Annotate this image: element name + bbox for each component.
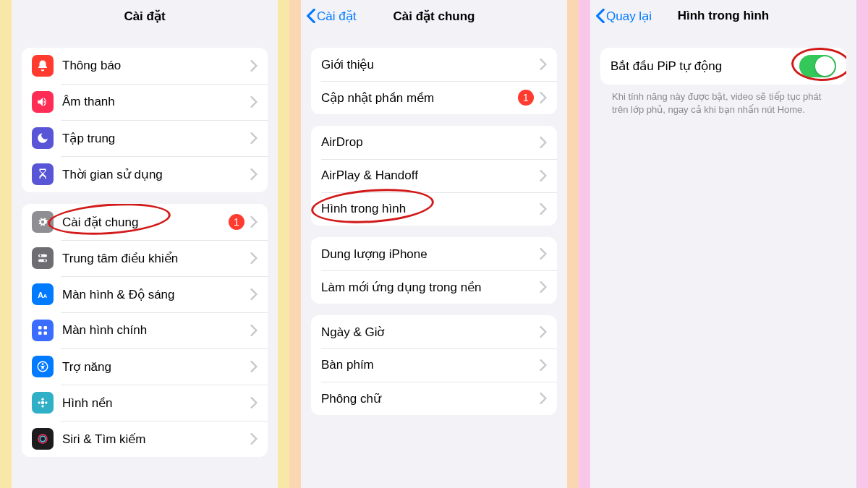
row-label: Siri & Tìm kiếm <box>62 432 250 447</box>
row-wallpaper[interactable]: Hình nền <box>22 385 268 421</box>
badge: 1 <box>518 90 534 106</box>
row-keyboard[interactable]: Bàn phím <box>311 348 557 382</box>
row-general[interactable]: Cài đặt chung 1 <box>22 204 268 240</box>
row-label: AirPlay & Handoff <box>321 168 540 183</box>
nav-bar: Cài đặt Cài đặt chung <box>301 0 567 32</box>
group-about: Giới thiệu Cập nhật phần mềm 1 <box>311 48 557 114</box>
row-label: Làm mới ứng dụng trong nền <box>321 280 540 295</box>
accessibility-icon <box>32 356 54 377</box>
chevron-right-icon <box>540 59 547 70</box>
back-button[interactable]: Quay lại <box>596 9 652 24</box>
row-home-screen[interactable]: Màn hình chính <box>22 312 268 348</box>
row-label: Âm thanh <box>62 95 250 109</box>
chevron-right-icon <box>250 96 258 108</box>
bell-icon <box>32 55 54 77</box>
chevron-right-icon <box>540 248 547 260</box>
back-label: Quay lại <box>606 9 652 24</box>
row-pip[interactable]: Hình trong hình <box>311 192 557 226</box>
row-label: Thời gian sử dụng <box>62 167 250 182</box>
badge: 1 <box>229 214 244 230</box>
row-label: Dung lượng iPhone <box>321 247 540 262</box>
settings-content: Thông báo Âm thanh Tập trung <box>12 32 278 488</box>
row-label: Thông báo <box>62 59 250 73</box>
row-label: Màn hình & Độ sáng <box>62 287 250 302</box>
svg-rect-8 <box>38 332 42 335</box>
row-control-center[interactable]: Trung tâm điều khiển <box>22 240 268 276</box>
pip-content: Bắt đầu PiP tự động Khi tính năng này đư… <box>590 32 856 488</box>
row-label: Bàn phím <box>321 358 540 372</box>
row-display[interactable]: AA Màn hình & Độ sáng <box>22 276 268 312</box>
chevron-right-icon <box>540 326 547 338</box>
toggle-switch[interactable] <box>799 55 836 77</box>
chevron-right-icon <box>250 168 258 180</box>
nav-bar: Quay lại Hình trong hình <box>590 0 856 32</box>
back-label: Cài đặt <box>317 9 356 24</box>
back-button[interactable]: Cài đặt <box>307 9 356 24</box>
chevron-right-icon <box>540 203 547 215</box>
chevron-left-icon <box>307 9 315 23</box>
row-pip-auto: Bắt đầu PiP tự động <box>600 48 846 85</box>
chevron-right-icon <box>250 288 258 300</box>
pip-settings-column: Quay lại Hình trong hình Bắt đầu PiP tự … <box>579 0 868 488</box>
row-date-time[interactable]: Ngày & Giờ <box>311 315 557 348</box>
flower-icon <box>32 392 54 414</box>
chevron-right-icon <box>250 252 258 264</box>
chevron-right-icon <box>540 92 547 103</box>
row-screentime[interactable]: Thời gian sử dụng <box>22 156 268 192</box>
svg-point-18 <box>40 436 46 442</box>
chevron-right-icon <box>540 281 547 293</box>
footer-text: Khi tính năng này được bật, video sẽ tiế… <box>600 85 846 116</box>
row-label: Trợ năng <box>62 359 250 374</box>
row-label: AirDrop <box>321 135 540 150</box>
hourglass-icon <box>32 163 54 185</box>
row-iphone-storage[interactable]: Dung lượng iPhone <box>311 237 557 270</box>
svg-point-14 <box>41 405 43 407</box>
chevron-right-icon <box>250 397 258 408</box>
chevron-right-icon <box>250 361 258 372</box>
row-airplay[interactable]: AirPlay & Handoff <box>311 159 557 192</box>
row-background-refresh[interactable]: Làm mới ứng dụng trong nền <box>311 270 557 304</box>
settings-group-notifications: Thông báo Âm thanh Tập trung <box>22 48 268 192</box>
speaker-icon <box>32 91 54 113</box>
apps-grid-icon <box>32 320 54 341</box>
chevron-right-icon <box>540 137 547 148</box>
row-siri[interactable]: Siri & Tìm kiếm <box>22 421 268 457</box>
chevron-right-icon <box>250 132 258 144</box>
switches-icon <box>32 247 54 269</box>
row-label: Tập trung <box>62 131 250 146</box>
nav-title: Cài đặt chung <box>393 9 475 24</box>
svg-rect-7 <box>44 326 48 330</box>
svg-point-2 <box>40 254 42 257</box>
phone-surface: Cài đặt Thông báo Âm thanh <box>12 0 278 488</box>
row-label: Phông chữ <box>321 391 540 406</box>
chevron-right-icon <box>250 433 258 445</box>
group-airdrop: AirDrop AirPlay & Handoff Hình trong hìn… <box>311 126 557 226</box>
chevron-right-icon <box>540 393 547 404</box>
row-accessibility[interactable]: Trợ năng <box>22 348 268 385</box>
nav-bar: Cài đặt <box>12 0 278 32</box>
row-sounds[interactable]: Âm thanh <box>22 84 268 120</box>
svg-rect-6 <box>38 326 42 330</box>
row-label: Cập nhật phần mềm <box>321 90 518 106</box>
row-software-update[interactable]: Cập nhật phần mềm 1 <box>311 81 557 114</box>
siri-icon <box>32 428 54 450</box>
row-notifications[interactable]: Thông báo <box>22 48 268 84</box>
text-size-icon: AA <box>32 283 54 305</box>
chevron-right-icon <box>540 170 547 181</box>
chevron-right-icon <box>250 60 258 72</box>
toggle-knob <box>815 56 835 76</box>
row-airdrop[interactable]: AirDrop <box>311 126 557 159</box>
chevron-right-icon <box>540 359 547 371</box>
svg-text:A: A <box>43 293 48 299</box>
row-focus[interactable]: Tập trung <box>22 120 268 156</box>
general-settings-column: Cài đặt Cài đặt chung Giới thiệu Cập nhậ… <box>289 0 579 488</box>
row-label: Trung tâm điều khiển <box>62 251 250 266</box>
settings-root-column: Cài đặt Thông báo Âm thanh <box>0 0 289 488</box>
group-datetime: Ngày & Giờ Bàn phím Phông chữ <box>311 315 557 415</box>
group-pip-toggle: Bắt đầu PiP tự động <box>600 48 846 85</box>
svg-rect-9 <box>44 332 48 335</box>
phone-surface: Quay lại Hình trong hình Bắt đầu PiP tự … <box>590 0 856 488</box>
row-fonts[interactable]: Phông chữ <box>311 382 557 415</box>
svg-point-13 <box>41 398 43 400</box>
row-about[interactable]: Giới thiệu <box>311 48 557 81</box>
